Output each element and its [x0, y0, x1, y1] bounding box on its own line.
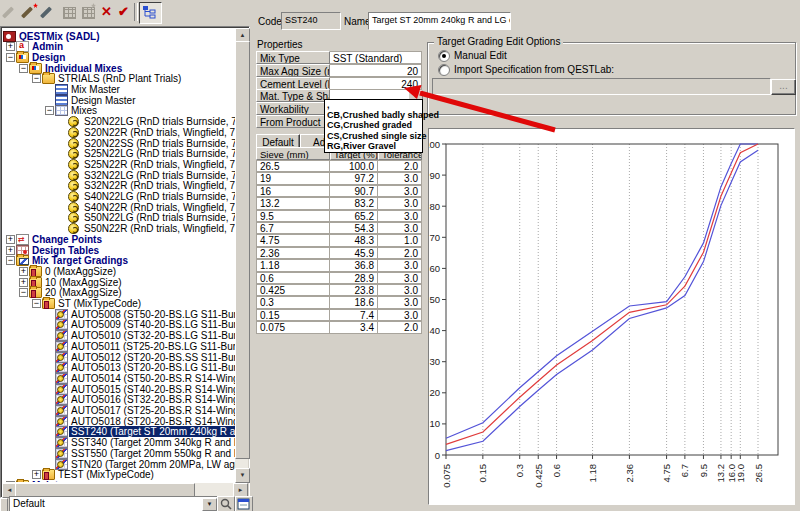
dropdown-option[interactable]: RG,River Gravel [325, 141, 422, 151]
sieve-table-cell[interactable]: 2.36 [256, 247, 330, 259]
sieve-table-cell[interactable]: 16 [256, 185, 330, 197]
sieve-table-cell[interactable]: 83.2 [330, 197, 378, 209]
sieve-table-cell[interactable]: 7.4 [330, 309, 378, 321]
edit-item-icon[interactable] [41, 3, 58, 20]
delete-icon[interactable]: ✕ [98, 3, 115, 20]
tree-item[interactable]: AUTO5008 (ST50-20-BS.LG S11-Burnside, ST… [3, 309, 236, 320]
tree-item[interactable]: S20N22LG (RnD trials Burnside, 70/30, 25… [3, 116, 236, 127]
sieve-table-cell[interactable]: 0.15 [256, 309, 330, 321]
vertical-scroll-thumb[interactable] [235, 41, 250, 459]
tree-item[interactable]: AUTO5018 (ST20-20-BS.R S14-Wingfield, ST… [3, 416, 236, 427]
sieve-table-cell[interactable]: 4.75 [256, 234, 330, 246]
sieve-table-cell[interactable]: 90.7 [330, 185, 378, 197]
tree-item[interactable]: +TEST (MixTypeCode) [3, 469, 236, 480]
tree-item[interactable]: QESTMix (SADL) [3, 31, 236, 42]
dropdown-option[interactable]: , [325, 100, 422, 110]
dropdown-option[interactable]: CS,Crushed single size [325, 131, 422, 141]
sieve-table-cell[interactable]: 6.7 [256, 222, 330, 234]
tree-vertical-scrollbar[interactable]: ▲ ▼ [235, 28, 248, 483]
expand-icon[interactable]: + [6, 246, 15, 255]
tree-item[interactable]: S40N22R (RnD trials, Wingfield, 70/30) [3, 202, 236, 213]
tree-item[interactable]: +Design Tables [3, 245, 236, 256]
tree-item[interactable]: AUTO5016 (ST32-20-BS.R S14-Wingfield, ST… [3, 394, 236, 405]
collapse-icon[interactable]: − [19, 288, 28, 297]
sieve-table-cell[interactable]: 2.0 [378, 247, 422, 259]
tree-item[interactable]: −Design [3, 52, 236, 63]
tree-item[interactable]: S50N22LG (RnD trials Burnside, 70/30) [3, 212, 236, 223]
collapse-icon[interactable]: − [6, 53, 15, 62]
sieve-table-cell[interactable]: 3.0 [378, 185, 422, 197]
sieve-table-cell[interactable]: 19 [256, 172, 330, 184]
expand-icon[interactable]: + [6, 42, 15, 51]
collapse-icon[interactable]: − [6, 256, 15, 265]
tree-horizontal-scrollbar[interactable]: ◄ ► [2, 483, 248, 496]
tree-item[interactable]: AUTO5010 (ST32-20-BS.LG S11-Burnside, ST… [3, 330, 236, 341]
sieve-table-cell[interactable]: 3.0 [378, 296, 422, 308]
tree-item[interactable]: AUTO5009 (ST40-20-BS.LG S11-Burnside, ST… [3, 319, 236, 330]
dropdown-option[interactable]: CG,Crushed graded [325, 120, 422, 130]
tree-item[interactable]: −Mixes [3, 105, 236, 116]
sieve-table-cell[interactable]: 0.075 [256, 321, 330, 333]
tree-item[interactable]: S32N22LG (RnD trials Burnside, 70/30, 15… [3, 170, 236, 181]
tree-item[interactable]: +10 (MaxAggSize) [3, 277, 236, 288]
sieve-table-cell[interactable]: 3.4 [330, 321, 378, 333]
expand-icon[interactable]: + [6, 481, 15, 482]
tree-item[interactable]: STN20 (Target 20mm 20MPa, LW agg + Q san… [3, 459, 236, 470]
apply-check-icon[interactable]: ✔ [115, 3, 132, 20]
tree-item[interactable]: SST340 (Target 20mm 340kg R and LG combi… [3, 437, 236, 448]
tree-item[interactable]: Mix Master [3, 84, 236, 95]
toggle-tree-view-button[interactable] [139, 2, 162, 24]
sieve-table-cell[interactable]: 100.0 [330, 160, 378, 172]
sieve-table-cell[interactable]: 0.425 [256, 284, 330, 296]
sieve-table-cell[interactable]: 3.0 [378, 172, 422, 184]
tree-item[interactable]: −Individual Mixes [3, 63, 236, 74]
tree-item[interactable]: AUTO5017 (ST25-20-BS.R S14-Wingfield, ST… [3, 405, 236, 416]
sieve-table-cell[interactable]: 48.3 [330, 234, 378, 246]
tree-item[interactable]: AUTO5015 (ST40-20-BS.R S14-Wingfield, ST… [3, 384, 236, 395]
collapse-icon[interactable]: − [32, 299, 41, 308]
collapse-icon[interactable]: − [19, 64, 28, 73]
sieve-table-cell[interactable]: 3.0 [378, 197, 422, 209]
expand-icon[interactable]: + [32, 470, 41, 479]
tree-item[interactable]: S40N22LG (RnD trials Burnside, 70/30) [3, 191, 236, 202]
collapse-icon[interactable]: − [32, 74, 41, 83]
sieve-table-cell[interactable]: 0.3 [256, 296, 330, 308]
sieve-table-cell[interactable]: 3.0 [378, 210, 422, 222]
property-value-cell[interactable]: SST (Standard) [330, 51, 422, 64]
sieve-table-cell[interactable]: 23.8 [330, 284, 378, 296]
tree-item[interactable]: AUTO5012 (ST20-20-BS.SS S11-Burnside, ST… [3, 352, 236, 363]
tree-item[interactable]: SST240 (Target ST 20mm 240kg R and LG co… [3, 426, 236, 437]
sieve-table-cell[interactable]: 3.0 [378, 222, 422, 234]
sieve-table-cell[interactable]: 26.5 [256, 160, 330, 172]
property-value-cell[interactable]: 20 [330, 64, 422, 77]
filter-combo[interactable]: Default ▼ [9, 496, 219, 511]
tree-item[interactable]: −Mix Target Gradings [3, 255, 236, 266]
dropdown-option[interactable]: CB,Crushed badly shaped [325, 110, 422, 120]
sieve-table-cell[interactable]: 3.0 [378, 309, 422, 321]
tree-item[interactable]: S25N22LG (RnD trials Burnside, 70/30, 22… [3, 148, 236, 159]
sieve-table-cell[interactable]: 97.2 [330, 172, 378, 184]
tree-item[interactable]: SST550 (Target 20mm 550kg R and LG combi… [3, 448, 236, 459]
splitter-handle[interactable] [0, 498, 8, 511]
sieve-table-cell[interactable]: 3.0 [378, 272, 422, 284]
tree-item[interactable]: +Maintenance [3, 480, 236, 482]
sieve-table-cell[interactable]: 3.0 [378, 284, 422, 296]
expand-icon[interactable]: + [19, 267, 28, 276]
filter-dropdown-button[interactable]: ▼ [202, 498, 217, 511]
tree-item[interactable]: S50N22R (RnD trials, Wingfield, 70/30) [3, 223, 236, 234]
scroll-down-button[interactable]: ▼ [235, 468, 250, 483]
tree-item[interactable]: −STRIALS (RnD Plant Trials) [3, 73, 236, 84]
sieve-table-cell[interactable]: 9.5 [256, 210, 330, 222]
import-spec-radio[interactable] [438, 64, 450, 76]
tree-item[interactable]: −20 (MaxAggSize) [3, 287, 236, 298]
tree-item[interactable]: Design Master [3, 95, 236, 106]
property-value-cell[interactable]: 240 [330, 77, 422, 90]
sieve-table-cell[interactable]: 54.3 [330, 222, 378, 234]
tree-item[interactable]: AUTO5014 (ST50-20-BS.R S14-Wingfield, ST… [3, 373, 236, 384]
tree-item[interactable]: +Admin [3, 41, 236, 52]
sieve-table-cell[interactable]: 18.6 [330, 296, 378, 308]
collapse-icon[interactable]: − [45, 106, 54, 115]
name-field[interactable]: Target ST 20mm 240kg R and LG combin [368, 12, 511, 30]
tree-item[interactable]: −ST (MixTypeCode) [3, 298, 236, 309]
sieve-table-cell[interactable]: 0.6 [256, 272, 330, 284]
